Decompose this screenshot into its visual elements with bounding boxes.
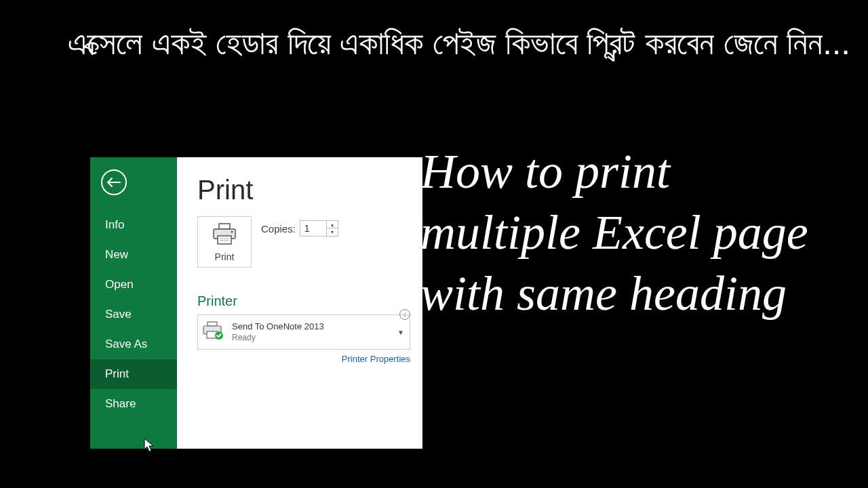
printer-name: Send To OneNote 2013 bbox=[232, 321, 391, 332]
copies-value: 1 bbox=[300, 223, 326, 234]
copies-field: Copies: 1 ▲ ▼ bbox=[261, 216, 338, 237]
back-arrow-icon bbox=[107, 178, 121, 187]
menu-item-print[interactable]: Print bbox=[90, 359, 177, 389]
bengali-title: এক্সেলে একই হেডার দিয়ে একাধিক পেইজ কিভা… bbox=[0, 0, 868, 71]
menu-item-open[interactable]: Open bbox=[90, 270, 177, 300]
print-button-label: Print bbox=[215, 251, 235, 262]
info-icon[interactable]: i bbox=[399, 309, 410, 320]
spinner-down[interactable]: ▼ bbox=[327, 228, 338, 236]
page-title: Print bbox=[197, 175, 410, 205]
print-main-area: Print Print Copies: bbox=[177, 157, 422, 449]
menu-item-share[interactable]: Share bbox=[90, 389, 177, 419]
printer-selector[interactable]: Send To OneNote 2013 Ready ▼ bbox=[197, 314, 410, 350]
printer-icon bbox=[198, 222, 251, 248]
printer-status: Ready bbox=[232, 333, 391, 343]
print-button[interactable]: Print bbox=[197, 216, 252, 268]
copies-spinner: ▲ ▼ bbox=[326, 221, 338, 236]
copies-label: Copies: bbox=[261, 223, 296, 235]
menu-item-info[interactable]: Info bbox=[90, 210, 177, 240]
svg-rect-3 bbox=[218, 236, 231, 244]
printer-properties-link[interactable]: Printer Properties bbox=[197, 354, 410, 364]
copies-input[interactable]: 1 ▲ ▼ bbox=[300, 220, 338, 237]
spinner-up[interactable]: ▲ bbox=[327, 221, 338, 228]
printer-info: Send To OneNote 2013 Ready bbox=[232, 321, 391, 342]
printer-status-icon bbox=[202, 321, 225, 344]
excel-backstage-panel: Info New Open Save Save As Print Share P… bbox=[90, 157, 422, 449]
svg-rect-6 bbox=[208, 322, 217, 326]
printer-section-heading: Printer bbox=[197, 293, 410, 309]
menu-item-save[interactable]: Save bbox=[90, 300, 177, 329]
menu-item-save-as[interactable]: Save As bbox=[90, 329, 177, 359]
back-button[interactable] bbox=[101, 169, 127, 195]
chevron-down-icon: ▼ bbox=[397, 329, 404, 336]
svg-rect-0 bbox=[219, 224, 230, 229]
svg-point-2 bbox=[231, 231, 233, 233]
print-row: Print Copies: 1 ▲ ▼ bbox=[197, 216, 410, 268]
english-title: How to print multiple Excel page with sa… bbox=[420, 141, 841, 324]
menu-item-new[interactable]: New bbox=[90, 240, 177, 270]
backstage-sidebar: Info New Open Save Save As Print Share bbox=[90, 157, 177, 449]
